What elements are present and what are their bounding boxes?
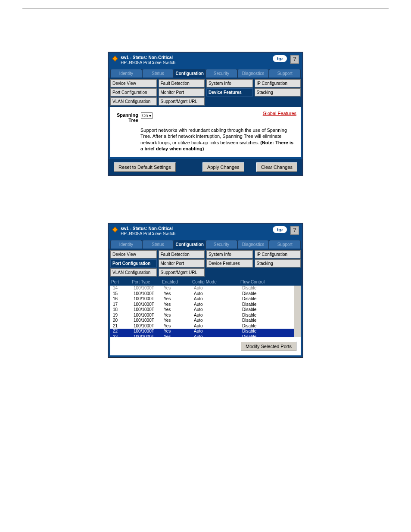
port-cell: Yes — [164, 324, 194, 329]
port-cell: Yes — [164, 286, 194, 291]
port-cell: 100/1000T — [134, 291, 164, 297]
subtab-fault-detection[interactable]: Fault Detection — [159, 250, 205, 258]
port-row[interactable]: 15100/1000TYesAutoDisable — [110, 291, 294, 297]
tab-security[interactable]: Security — [206, 69, 237, 78]
port-cell: Disable — [242, 318, 294, 324]
tab-diagnostics[interactable]: Diagnostics — [237, 69, 269, 78]
port-configuration-window: sw1 - Status: Non-Critical HP J4905A Pro… — [108, 223, 303, 358]
subtab-system-info[interactable]: System Info — [206, 79, 253, 87]
subtab-support-mgmt-url[interactable]: Support/Mgmt URL — [159, 97, 205, 106]
port-row[interactable]: 19100/1000TYesAutoDisable — [110, 313, 294, 318]
port-cell: Disable — [242, 302, 294, 308]
hp-logo-icon: hp — [273, 55, 287, 62]
port-row[interactable]: 22100/1000TYesAutoDisable — [110, 329, 294, 334]
column-header: Flow Control — [240, 280, 302, 284]
port-cell: Auto — [194, 324, 221, 329]
port-cell: Yes — [164, 329, 194, 334]
tab-identity[interactable]: Identity — [110, 69, 142, 78]
tab-configuration[interactable]: Configuration — [174, 69, 206, 78]
subtab-ip-configuration[interactable]: IP Configuration — [255, 250, 301, 258]
chevron-down-icon: ▾ — [149, 113, 151, 118]
device-features-window: sw1 - Status: Non-Critical HP J4905A Pro… — [108, 52, 303, 176]
subtab-vlan-configuration[interactable]: VLAN Configuration — [110, 97, 157, 106]
window-subtitle: HP J4905A ProCurve Switch — [121, 231, 273, 236]
port-cell: Disable — [242, 313, 294, 318]
subtab-support-mgmt-url[interactable]: Support/Mgmt URL — [159, 268, 205, 277]
port-cell: 20 — [113, 318, 134, 324]
apply-changes-button[interactable]: Apply Changes — [202, 162, 244, 172]
column-header: Port Type — [132, 280, 162, 284]
button-bar: Modify Selected Ports — [110, 337, 301, 355]
subtab-port-configuration[interactable]: Port Configuration — [110, 88, 157, 96]
subtab-device-view[interactable]: Device View — [110, 79, 157, 87]
subtab-device-features[interactable]: Device Features — [206, 259, 253, 268]
window-header: sw1 - Status: Non-Critical HP J4905A Pro… — [109, 53, 302, 67]
port-cell: 14 — [113, 286, 134, 291]
tab-support[interactable]: Support — [269, 240, 301, 249]
window-header: sw1 - Status: Non-Critical HP J4905A Pro… — [109, 224, 302, 238]
port-table-header: PortPort TypeEnabledConfig ModeFlow Cont… — [109, 278, 302, 286]
subtab-system-info[interactable]: System Info — [206, 250, 253, 258]
port-cell: Disable — [242, 324, 294, 329]
port-row[interactable]: 20100/1000TYesAutoDisable — [110, 318, 294, 324]
port-row[interactable]: 23100/1000TYesAutoDisable — [110, 334, 294, 338]
spanning-tree-label: Spanning Tree — [115, 112, 141, 123]
port-cell: 100/1000T — [134, 329, 164, 334]
hp-logo-icon: hp — [273, 226, 287, 233]
clear-changes-button[interactable]: Clear Changes — [256, 162, 297, 172]
subtab-device-view[interactable]: Device View — [110, 250, 157, 258]
port-cell: 100/1000T — [134, 286, 164, 291]
spanning-tree-description: Support networks with redundant cabling … — [140, 127, 296, 152]
port-row[interactable]: 21100/1000TYesAutoDisable — [110, 324, 294, 329]
port-cell — [221, 296, 242, 302]
tab-configuration[interactable]: Configuration — [174, 240, 206, 249]
tab-support[interactable]: Support — [269, 69, 301, 78]
tab-status[interactable]: Status — [142, 69, 174, 78]
port-cell: Auto — [194, 291, 221, 297]
subtab-fault-detection[interactable]: Fault Detection — [159, 79, 205, 87]
subtab-stacking[interactable]: Stacking — [255, 88, 301, 96]
port-cell: Auto — [194, 334, 221, 338]
subtab-ip-configuration[interactable]: IP Configuration — [255, 79, 301, 87]
subtab-monitor-port[interactable]: Monitor Port — [159, 259, 205, 268]
port-table-body: ▴ ▾ 14100/1000TYesAutoDisable15100/1000T… — [110, 286, 301, 337]
port-cell: Yes — [164, 296, 194, 302]
subtab-stacking[interactable]: Stacking — [255, 259, 301, 268]
port-cell: Auto — [194, 329, 221, 334]
port-row[interactable]: 16100/1000TYesAutoDisable — [110, 296, 294, 302]
tab-status[interactable]: Status — [142, 240, 174, 249]
port-cell: 22 — [113, 329, 134, 334]
subtab-monitor-port[interactable]: Monitor Port — [159, 88, 205, 96]
tab-security[interactable]: Security — [206, 240, 237, 249]
help-button[interactable]: ? — [290, 55, 299, 64]
subtab-port-configuration[interactable]: Port Configuration — [110, 259, 157, 268]
column-header: Config Mode — [192, 280, 219, 284]
port-cell: Auto — [194, 313, 221, 318]
sub-tabs: Device ViewFault DetectionSystem InfoIP … — [109, 78, 302, 107]
scroll-up-button[interactable]: ▴ — [294, 286, 301, 292]
modify-selected-ports-button[interactable]: Modify Selected Ports — [241, 342, 296, 351]
port-cell: 23 — [113, 334, 134, 338]
help-button[interactable]: ? — [290, 226, 299, 235]
port-row[interactable]: 14100/1000TYesAutoDisable — [110, 286, 294, 291]
subtab-device-features[interactable]: Device Features — [206, 88, 253, 96]
global-features-link[interactable]: Global Features — [263, 111, 296, 116]
port-cell: 17 — [113, 302, 134, 308]
tab-identity[interactable]: Identity — [110, 240, 142, 249]
port-cell — [221, 307, 242, 313]
port-cell: Disable — [242, 307, 294, 313]
device-features-panel: Global Features Spanning Tree On ▾ Suppo… — [110, 107, 301, 157]
subtab-vlan-configuration[interactable]: VLAN Configuration — [110, 268, 157, 277]
scroll-down-button[interactable]: ▾ — [294, 330, 301, 337]
port-row[interactable]: 17100/1000TYesAutoDisable — [110, 302, 294, 308]
port-cell: 18 — [113, 307, 134, 313]
port-cell: Disable — [242, 334, 294, 338]
port-cell — [221, 318, 242, 324]
port-cell: Yes — [164, 291, 194, 297]
tab-diagnostics[interactable]: Diagnostics — [237, 240, 269, 249]
port-cell: 100/1000T — [134, 318, 164, 324]
reset-defaults-button[interactable]: Reset to Default Settings — [114, 162, 176, 172]
port-row[interactable]: 18100/1000TYesAutoDisable — [110, 307, 294, 313]
port-cell: 16 — [113, 296, 134, 302]
spanning-tree-select[interactable]: On ▾ — [141, 112, 153, 119]
